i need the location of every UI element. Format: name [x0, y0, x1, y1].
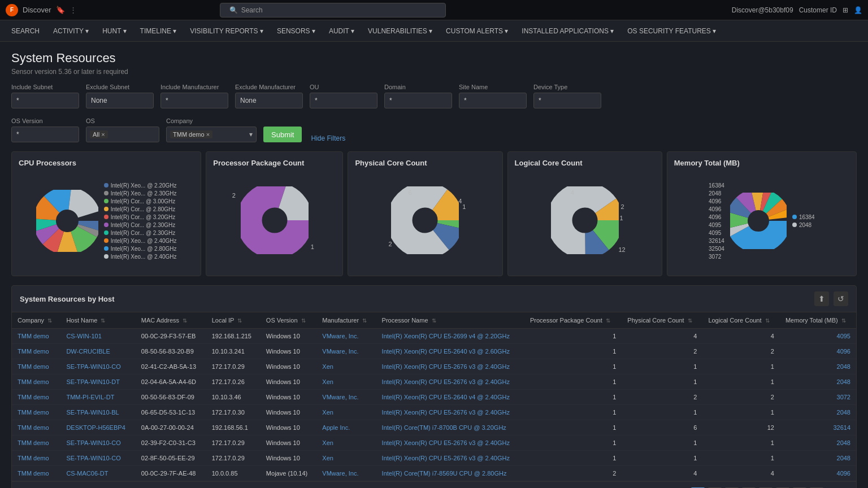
include-manufacturer-input[interactable]	[160, 93, 228, 108]
os-tag-close[interactable]: ×	[101, 131, 105, 138]
cell-processorname-8[interactable]: Intel(R) Xeon(R) CPU E5-2676 v3 @ 2.40GH…	[376, 451, 524, 466]
cell-company-8[interactable]: TMM demo	[12, 451, 60, 466]
cell-manufacturer-6[interactable]: Apple Inc.	[316, 420, 376, 435]
menu-timeline[interactable]: TIMELINE ▾	[134, 24, 183, 38]
menu-visibility-reports[interactable]: VISIBILITY REPORTS ▾	[184, 24, 269, 38]
cell-manufacturer-2[interactable]: Xen	[316, 359, 376, 374]
os-tag: All ×	[90, 130, 108, 138]
menu-installed-applications[interactable]: INSTALLED APPLICATIONS ▾	[516, 24, 619, 38]
cell-company-6[interactable]: TMM demo	[12, 420, 60, 435]
exclude-subnet-input[interactable]	[86, 93, 154, 108]
cell-processorname-4[interactable]: Intel(R) Xeon(R) CPU E5-2640 v4 @ 2.40GH…	[376, 390, 524, 405]
legend-item-6: Intel(R) Cor... @ 2.30GHz	[104, 230, 177, 236]
cell-physcore-4: 2	[622, 390, 702, 405]
cell-physcore-6: 6	[622, 420, 702, 435]
cell-manufacturer-5[interactable]: Xen	[316, 405, 376, 420]
legend-item-9: Intel(R) Xeo... @ 2.40GHz	[104, 254, 177, 260]
table-refresh-button[interactable]: ↺	[834, 291, 848, 306]
logic-label-12: 12	[618, 246, 625, 253]
col-localip[interactable]: Local IP ⇅	[206, 312, 261, 329]
cell-processorname-7[interactable]: Intel(R) Xeon(R) CPU E5-2676 v3 @ 2.40GH…	[376, 435, 524, 451]
cell-hostname-7[interactable]: SE-TPA-WIN10-CO	[60, 435, 135, 451]
cell-manufacturer-0[interactable]: VMware, Inc.	[316, 329, 376, 344]
os-select[interactable]: All ×	[86, 127, 159, 142]
site-name-group: Site Name	[459, 84, 527, 108]
cell-pkgcount-0: 1	[524, 329, 622, 344]
domain-input[interactable]	[384, 93, 452, 108]
cell-manufacturer-4[interactable]: VMware, Inc.	[316, 390, 376, 405]
menu-hunt[interactable]: HUNT ▾	[97, 24, 132, 38]
ou-input[interactable]	[310, 93, 377, 108]
mem-4096b: 4096	[709, 206, 724, 212]
cell-processorname-6[interactable]: Intel(R) Core(TM) i7-8700B CPU @ 3.20GHz	[376, 420, 524, 435]
cell-manufacturer-8[interactable]: Xen	[316, 451, 376, 466]
col-logcore[interactable]: Logical Core Count ⇅	[702, 312, 780, 329]
cell-processorname-3[interactable]: Intel(R) Xeon(R) CPU E5-2676 v3 @ 2.40GH…	[376, 374, 524, 390]
col-pkgcount[interactable]: Processor Package Count ⇅	[524, 312, 622, 329]
menu-audit[interactable]: AUDIT ▾	[323, 24, 360, 38]
col-processorname[interactable]: Processor Name ⇅	[376, 312, 524, 329]
submit-button[interactable]: Submit	[263, 127, 302, 142]
customer-id-label[interactable]: Customer ID	[799, 6, 837, 14]
search-bar[interactable]: 🔍 Search	[220, 3, 446, 18]
device-type-input[interactable]	[533, 93, 601, 108]
company-select[interactable]: TMM demo × ▾	[166, 127, 257, 142]
company-tag-close[interactable]: ×	[206, 131, 210, 138]
table-sort-button[interactable]: ⬆	[814, 291, 829, 306]
top-nav-right: Discover@5b30bf09 Customer ID ⊞ 👤	[732, 6, 862, 14]
cell-company-9[interactable]: TMM demo	[12, 466, 60, 481]
cell-hostname-1[interactable]: DW-CRUCIBLE	[60, 344, 135, 359]
cell-company-1[interactable]: TMM demo	[12, 344, 60, 359]
cell-company-5[interactable]: TMM demo	[12, 405, 60, 420]
cell-processorname-5[interactable]: Intel(R) Xeon(R) CPU E5-2676 v3 @ 2.40GH…	[376, 405, 524, 420]
cell-manufacturer-7[interactable]: Xen	[316, 435, 376, 451]
cell-processorname-2[interactable]: Intel(R) Xeon(R) CPU E5-2676 v3 @ 2.40GH…	[376, 359, 524, 374]
menu-activity[interactable]: ACTIVITY ▾	[47, 24, 94, 38]
os-version-group: OS Version	[11, 117, 79, 142]
cell-hostname-4[interactable]: TMM-PI-EVIL-DT	[60, 390, 135, 405]
menu-vulnerabilities[interactable]: VULNERABILITIES ▾	[362, 24, 438, 38]
col-osversion[interactable]: OS Version ⇅	[261, 312, 316, 329]
cell-hostname-9[interactable]: CS-MAC06-DT	[60, 466, 135, 481]
cell-hostname-3[interactable]: SE-TPA-WIN10-DT	[60, 374, 135, 390]
table-row: TMM demo SE-TPA-WIN10-DT 02-04-6A-5A-A4-…	[12, 374, 856, 390]
cell-pkgcount-1: 1	[524, 344, 622, 359]
cell-processorname-1[interactable]: Intel(R) Xeon(R) CPU E5-2640 v3 @ 2.60GH…	[376, 344, 524, 359]
exclude-manufacturer-input[interactable]	[235, 93, 303, 108]
col-memory[interactable]: Memory Total (MB) ⇅	[780, 312, 856, 329]
menu-search[interactable]: SEARCH	[6, 24, 45, 38]
cell-processorname-9[interactable]: Intel(R) Core(TM) i7-8569U CPU @ 2.80GHz	[376, 466, 524, 481]
hide-filters-link[interactable]: Hide Filters	[311, 134, 345, 142]
menu-custom-alerts[interactable]: CUSTOM ALERTS ▾	[440, 24, 514, 38]
cell-company-7[interactable]: TMM demo	[12, 435, 60, 451]
cell-manufacturer-1[interactable]: VMware, Inc.	[316, 344, 376, 359]
cell-memory-0: 4095	[780, 329, 856, 344]
cell-hostname-8[interactable]: SE-TPA-WIN10-CO	[60, 451, 135, 466]
col-hostname[interactable]: Host Name ⇅	[60, 312, 135, 329]
table-row: TMM demo SE-TPA-WIN10-CO 02-39-F2-C0-31-…	[12, 435, 856, 451]
cell-hostname-2[interactable]: SE-TPA-WIN10-CO	[60, 359, 135, 374]
company-dropdown-icon[interactable]: ▾	[249, 130, 253, 138]
os-version-input[interactable]	[11, 127, 79, 142]
cell-hostname-0[interactable]: CS-WIN-101	[60, 329, 135, 344]
cell-hostname-6[interactable]: DESKTOP-H56EBP4	[60, 420, 135, 435]
cell-hostname-5[interactable]: SE-TPA-WIN10-BL	[60, 405, 135, 420]
include-subnet-input[interactable]	[11, 93, 79, 108]
site-name-input[interactable]	[459, 93, 527, 108]
cell-manufacturer-9[interactable]: VMware, Inc.	[316, 466, 376, 481]
cell-company-2[interactable]: TMM demo	[12, 359, 60, 374]
cell-company-3[interactable]: TMM demo	[12, 374, 60, 390]
col-mac[interactable]: MAC Address ⇅	[136, 312, 206, 329]
table-header-bar: System Resources by Host ⬆ ↺	[12, 286, 856, 312]
cell-manufacturer-3[interactable]: Xen	[316, 374, 376, 390]
cell-processorname-0[interactable]: Intel(R) Xeon(R) CPU E5-2699 v4 @ 2.20GH…	[376, 329, 524, 344]
processor-package-pie	[241, 186, 309, 254]
cell-company-0[interactable]: TMM demo	[12, 329, 60, 344]
col-physcore[interactable]: Physical Core Count ⇅	[622, 312, 702, 329]
menu-os-security[interactable]: OS SECURITY FEATURES ▾	[622, 24, 722, 38]
cell-osversion-8: Windows 10	[261, 451, 316, 466]
col-company[interactable]: Company ⇅	[12, 312, 60, 329]
col-manufacturer[interactable]: Manufacturer ⇅	[316, 312, 376, 329]
menu-sensors[interactable]: SENSORS ▾	[271, 24, 321, 38]
cell-company-4[interactable]: TMM demo	[12, 390, 60, 405]
